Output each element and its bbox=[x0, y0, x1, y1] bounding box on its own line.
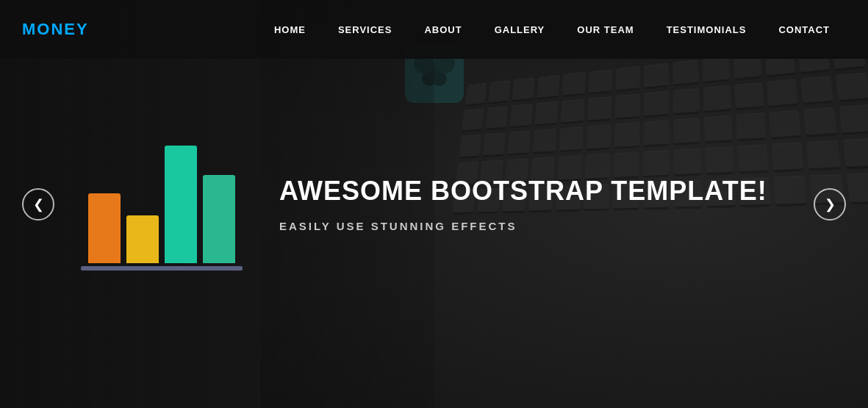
nav-link-testimonials[interactable]: TESTIMONIALS bbox=[650, 4, 763, 56]
nav-links: HOME SERVICES ABOUT GALLERY OUR TEAM TES… bbox=[258, 4, 846, 56]
nav-link-about[interactable]: ABOUT bbox=[408, 4, 478, 56]
nav-item-about[interactable]: ABOUT bbox=[408, 4, 478, 56]
logo[interactable]: MONEY bbox=[22, 20, 89, 39]
bar-chart-yellow bbox=[126, 215, 159, 263]
nav-item-our-team[interactable]: OUR TEAM bbox=[561, 4, 650, 56]
bar-chart-orange bbox=[88, 193, 121, 263]
bar-chart-teal-medium bbox=[203, 175, 235, 263]
bar-chart bbox=[88, 138, 235, 271]
slider-content: AWESOME BOOTSTRAP TEMPLATE! EASILY USE S… bbox=[88, 138, 767, 271]
svg-point-3 bbox=[432, 71, 447, 86]
hero-text-block: AWESOME BOOTSTRAP TEMPLATE! EASILY USE S… bbox=[279, 176, 767, 232]
nav-link-contact[interactable]: CONTACT bbox=[762, 4, 846, 56]
nav-item-gallery[interactable]: GALLERY bbox=[478, 4, 562, 56]
nav-item-home[interactable]: HOME bbox=[258, 4, 322, 56]
nav-item-testimonials[interactable]: TESTIMONIALS bbox=[650, 4, 763, 56]
nav-link-gallery[interactable]: GALLERY bbox=[478, 4, 562, 56]
nav-link-services[interactable]: SERVICES bbox=[322, 4, 409, 56]
bar-chart-teal-tall bbox=[165, 146, 197, 263]
nav-link-home[interactable]: HOME bbox=[258, 4, 322, 56]
hero-title: AWESOME BOOTSTRAP TEMPLATE! bbox=[279, 176, 767, 207]
nav-link-our-team[interactable]: OUR TEAM bbox=[561, 4, 650, 56]
carousel-next-button[interactable]: ❯ bbox=[814, 188, 846, 221]
navbar: MONEY HOME SERVICES ABOUT GALLERY OUR TE… bbox=[0, 0, 868, 59]
carousel-prev-button[interactable]: ❮ bbox=[22, 188, 54, 221]
chevron-right-icon: ❯ bbox=[825, 196, 836, 212]
nav-item-contact[interactable]: CONTACT bbox=[762, 4, 846, 56]
nav-item-services[interactable]: SERVICES bbox=[322, 4, 409, 56]
chevron-left-icon: ❮ bbox=[33, 196, 44, 212]
hero-subtitle: EASILY USE STUNNING EFFECTS bbox=[279, 220, 767, 232]
hero-section: MONEY HOME SERVICES ABOUT GALLERY OUR TE… bbox=[0, 0, 868, 408]
